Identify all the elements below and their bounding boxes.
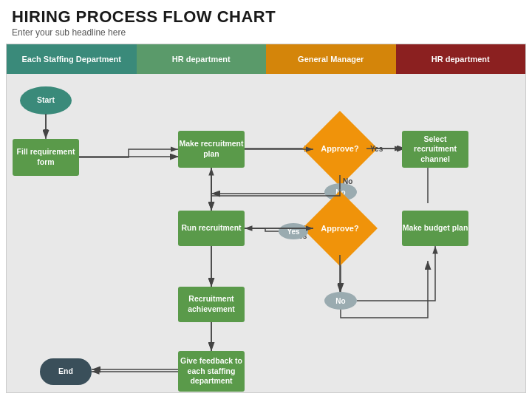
col-header-hr1: HR department <box>137 44 267 74</box>
start-node: Start <box>20 86 72 115</box>
col-header-dept1: Each Staffing Department <box>7 44 137 74</box>
approve2-wrapper: Approve? <box>313 202 366 255</box>
col-headers: Each Staffing Department HR department G… <box>7 44 525 74</box>
give-feedback-node: Give feedback to each staffing departmen… <box>178 351 245 392</box>
select-channel-node: Select recruitment channel <box>402 131 468 168</box>
yes2-oval: Yes <box>279 223 308 239</box>
title-area: HIRING PROCESS FLOW CHART Enter your sub… <box>0 0 532 41</box>
col-header-gm: General Manager <box>266 44 396 74</box>
make-recruit-node: Make recruitment plan <box>178 131 245 168</box>
approve1-label: Approve? <box>313 122 366 175</box>
no2-oval: No <box>324 292 357 310</box>
sub-title: Enter your sub headline here <box>12 27 520 38</box>
fill-req-node: Fill requirement form <box>13 139 79 176</box>
approve1-wrapper: Approve? <box>313 122 366 175</box>
recruit-achieve-node: Recruitment achievement <box>178 287 245 322</box>
col-header-hr2: HR department <box>396 44 526 74</box>
end-node: End <box>40 358 92 385</box>
chart-area: Each Staffing Department HR department G… <box>6 44 526 393</box>
run-recruit-node: Run recruitment <box>178 211 245 246</box>
flow-body: Start Fill requirement form Make recruit… <box>7 74 525 392</box>
approve2-label: Approve? <box>313 202 366 255</box>
main-title: HIRING PROCESS FLOW CHART <box>12 7 520 27</box>
yes1-label: Yes <box>370 145 383 153</box>
make-budget-node: Make budget plan <box>402 211 468 246</box>
page-wrapper: HIRING PROCESS FLOW CHART Enter your sub… <box>0 0 532 399</box>
